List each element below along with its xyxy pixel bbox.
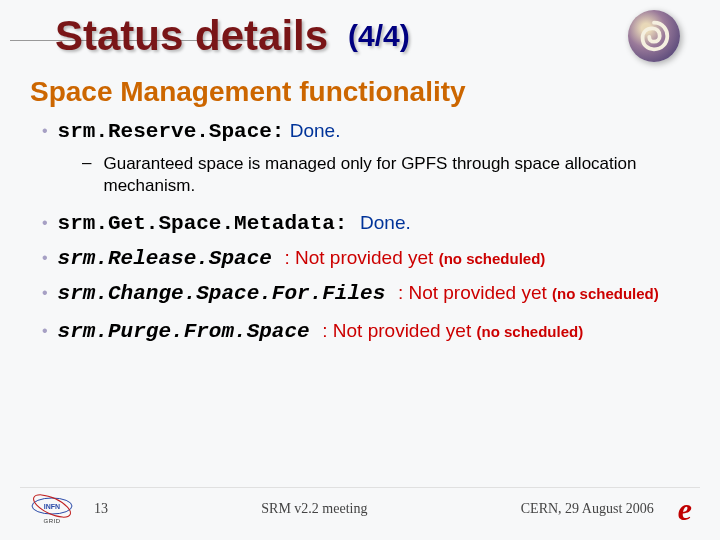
status-note: (no scheduled) [476, 323, 583, 340]
list-item: • srm.Change.Space.For.Files : Not provi… [42, 280, 690, 307]
slide-title: Status details [55, 12, 328, 60]
bullet-icon: • [42, 249, 48, 267]
page-number: 13 [94, 501, 108, 517]
api-name: srm.Get.Space.Metadata: [58, 212, 360, 235]
item-text: srm.Purge.From.Space : Not provided yet … [58, 318, 584, 345]
status-text: Done. [290, 120, 341, 141]
footer-right: CERN, 29 August 2006 e [521, 493, 692, 525]
list-item: • srm.Release.Space : Not provided yet (… [42, 245, 690, 272]
status-text: : Not provided yet [322, 320, 476, 341]
api-name: srm.Change.Space.For.Files [58, 282, 398, 305]
status-text: : Not provided yet [398, 282, 552, 303]
slide: Status details (4/4) Space Management fu… [0, 0, 720, 540]
list-item: • srm.Purge.From.Space : Not provided ye… [42, 318, 690, 345]
api-name: srm.Purge.From.Space [58, 320, 323, 343]
sub-item-text: Guaranteed space is managed only for GPF… [103, 153, 690, 196]
dash-icon: – [82, 153, 91, 173]
spiral-icon [628, 10, 680, 62]
bullet-icon: • [42, 122, 48, 140]
api-name: srm.Reserve.Space: [58, 120, 285, 143]
footer-date: CERN, 29 August 2006 [521, 501, 654, 517]
list-item: • srm.Get.Space.Metadata: Done. [42, 210, 690, 237]
svg-text:INFN: INFN [44, 503, 60, 510]
logo-label: GRID [44, 518, 61, 524]
e-logo-icon: e [678, 493, 692, 525]
title-row: Status details (4/4) [0, 0, 720, 62]
item-text: srm.Reserve.Space: Done. [58, 118, 341, 145]
item-text: srm.Release.Space : Not provided yet (no… [58, 245, 546, 272]
bullet-icon: • [42, 322, 48, 340]
section-subtitle: Space Management functionality [0, 62, 720, 114]
footer-center: SRM v2.2 meeting [261, 501, 367, 517]
list-item: • srm.Reserve.Space: Done. [42, 118, 690, 145]
bullet-icon: • [42, 284, 48, 302]
status-text: Done. [360, 212, 411, 233]
content-area: • srm.Reserve.Space: Done. – Guaranteed … [0, 114, 720, 345]
item-text: srm.Get.Space.Metadata: Done. [58, 210, 411, 237]
api-name: srm.Release.Space [58, 247, 285, 270]
slide-page-indicator: (4/4) [348, 19, 410, 53]
footer-left: INFN GRID 13 [28, 492, 108, 526]
status-text: : Not provided yet [284, 247, 438, 268]
bullet-icon: • [42, 214, 48, 232]
divider [20, 487, 700, 488]
sub-list-item: – Guaranteed space is managed only for G… [82, 153, 690, 196]
status-note: (no scheduled) [439, 250, 546, 267]
item-text: srm.Change.Space.For.Files : Not provide… [58, 280, 659, 307]
footer: INFN GRID 13 SRM v2.2 meeting CERN, 29 A… [0, 492, 720, 526]
status-note: (no scheduled) [552, 285, 659, 302]
infn-logo: INFN GRID [28, 492, 76, 526]
